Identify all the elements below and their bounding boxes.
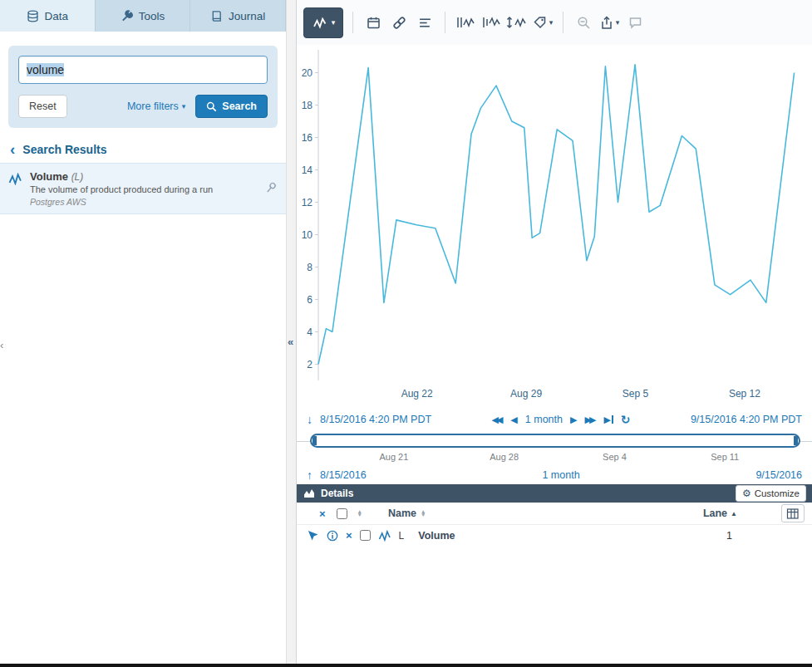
date-range-row: ↓ 8/15/2016 4:20 PM PDT ◀◀ ◀ 1 month ▶ ▶… bbox=[297, 409, 812, 430]
name-column-header[interactable]: Name bbox=[388, 508, 416, 519]
annotate-button[interactable] bbox=[624, 9, 646, 36]
panel-divider[interactable]: « bbox=[286, 0, 297, 664]
more-filters-link[interactable]: More filters ▾ bbox=[127, 101, 185, 112]
sidebar-empty-area bbox=[0, 214, 286, 664]
step-to-now-button[interactable]: ▶ bbox=[603, 414, 613, 425]
svg-text:18: 18 bbox=[302, 100, 313, 111]
window-bottom-edge bbox=[0, 664, 812, 667]
export-icon bbox=[599, 16, 613, 30]
sort-asc-icon: ▲ bbox=[731, 510, 737, 517]
result-name: Volume bbox=[30, 170, 68, 183]
item-info-icon[interactable] bbox=[327, 530, 338, 542]
database-icon bbox=[27, 10, 39, 22]
result-text: Volume (L) The volume of product produce… bbox=[30, 170, 213, 207]
add-column-button[interactable] bbox=[781, 504, 805, 522]
tab-tools-label: Tools bbox=[139, 10, 165, 22]
back-chevron-icon[interactable]: ‹ bbox=[10, 144, 15, 155]
labels-button[interactable]: ▾ bbox=[532, 9, 554, 36]
navigate-to-item-icon[interactable] bbox=[307, 529, 319, 542]
overview-duration[interactable]: 1 month bbox=[542, 469, 579, 481]
overview-range-capsule[interactable] bbox=[310, 434, 800, 448]
range-start-datetime[interactable]: 8/15/2016 4:20 PM PDT bbox=[320, 414, 431, 425]
step-back-button[interactable]: ◀ bbox=[510, 414, 517, 425]
range-duration[interactable]: 1 month bbox=[525, 414, 563, 425]
table-columns-icon bbox=[786, 508, 800, 520]
sidebar: Data Tools Journal bbox=[0, 0, 286, 664]
calendar-icon bbox=[367, 16, 381, 30]
svg-text:10: 10 bbox=[302, 229, 313, 241]
result-unit: (L) bbox=[71, 171, 84, 183]
line-chart-icon bbox=[312, 17, 328, 29]
date-range-button[interactable] bbox=[362, 9, 384, 36]
search-results-title: Search Results bbox=[22, 143, 106, 156]
sidebar-tabbar: Data Tools Journal bbox=[0, 0, 286, 32]
step-back-full-button[interactable]: ◀◀ bbox=[491, 414, 503, 425]
item-lane: 1 bbox=[726, 530, 732, 542]
details-row-volume: × L Volume 1 bbox=[297, 525, 812, 546]
end-bar-icon bbox=[612, 415, 613, 424]
step-forward-full-button[interactable]: ▶▶ bbox=[584, 414, 596, 425]
trend-chart-area[interactable]: 2468101214161820Aug 22Aug 29Sep 5Sep 12 bbox=[297, 45, 812, 409]
search-result-item[interactable]: Volume (L) The volume of product produce… bbox=[0, 163, 286, 214]
bars-icon bbox=[418, 16, 432, 30]
tab-tools[interactable]: Tools bbox=[96, 0, 191, 32]
expand-range-down-icon[interactable]: ↓ bbox=[307, 413, 312, 426]
search-input[interactable]: volume bbox=[18, 56, 268, 84]
comment-icon bbox=[628, 16, 642, 30]
range-handle-left[interactable] bbox=[312, 436, 317, 445]
overview-tick-label: Aug 28 bbox=[490, 452, 519, 462]
search-results-header: ‹ Search Results bbox=[0, 128, 286, 163]
overview-tick-label: Sep 11 bbox=[711, 452, 739, 462]
auto-update-icon[interactable]: ↻ bbox=[621, 413, 631, 426]
search-input-value: volume bbox=[27, 63, 64, 76]
svg-text:20: 20 bbox=[302, 67, 313, 79]
search-actions: Reset More filters ▾ Search bbox=[18, 95, 268, 118]
sort-icon[interactable]: ▲▼ bbox=[357, 510, 362, 517]
svg-text:Aug 22: Aug 22 bbox=[401, 388, 433, 400]
area-chart-icon bbox=[303, 488, 315, 499]
details-title: Details bbox=[321, 488, 353, 499]
chart-type-dropdown[interactable]: ▾ bbox=[303, 7, 343, 38]
collapse-sidebar-icon[interactable]: « bbox=[288, 336, 293, 348]
overview-end-date[interactable]: 9/15/2016 bbox=[755, 469, 802, 481]
link-icon bbox=[392, 16, 406, 30]
auto-arrange-button[interactable] bbox=[506, 9, 528, 36]
step-forward-button[interactable]: ▶ bbox=[570, 414, 577, 425]
svg-text:Sep 12: Sep 12 bbox=[729, 388, 760, 400]
sort-icon[interactable]: ▲▼ bbox=[421, 510, 426, 517]
link-capsule-button[interactable] bbox=[388, 9, 410, 36]
reset-button[interactable]: Reset bbox=[18, 95, 67, 118]
lane-column-header[interactable]: Lane ▲ bbox=[703, 508, 737, 519]
collapse-left-edge-handle[interactable]: ‹ bbox=[0, 339, 3, 351]
tab-data[interactable]: Data bbox=[0, 0, 96, 32]
chevron-down-icon: ▾ bbox=[182, 102, 186, 110]
collapse-range-up-icon[interactable]: ↑ bbox=[307, 468, 312, 482]
item-checkbox[interactable] bbox=[360, 530, 371, 541]
chevron-down-icon: ▾ bbox=[549, 18, 554, 27]
pin-icon[interactable] bbox=[264, 181, 278, 197]
remove-all-icon[interactable]: × bbox=[319, 508, 326, 520]
signal-icon bbox=[8, 170, 22, 207]
export-button[interactable]: ▾ bbox=[598, 9, 620, 36]
svg-text:16: 16 bbox=[302, 132, 313, 144]
customize-button[interactable]: ⚙ Customize bbox=[736, 485, 806, 502]
trend-chart[interactable]: 2468101214161820Aug 22Aug 29Sep 5Sep 12 bbox=[297, 45, 810, 409]
zoom-out-button[interactable] bbox=[573, 9, 594, 36]
search-button[interactable]: Search bbox=[195, 95, 268, 118]
samples-table-button[interactable] bbox=[414, 9, 436, 36]
overview-start-date[interactable]: 8/15/2016 bbox=[320, 469, 367, 481]
range-end-datetime[interactable]: 9/15/2016 4:20 PM PDT bbox=[691, 414, 802, 425]
svg-text:Sep 5: Sep 5 bbox=[623, 388, 649, 400]
one-axis-button[interactable] bbox=[480, 9, 502, 36]
select-all-checkbox[interactable] bbox=[337, 508, 347, 519]
svg-text:Aug 29: Aug 29 bbox=[510, 388, 542, 400]
tab-journal[interactable]: Journal bbox=[190, 0, 286, 32]
item-name[interactable]: Volume bbox=[418, 530, 455, 542]
tab-journal-label: Journal bbox=[229, 10, 265, 22]
remove-item-icon[interactable]: × bbox=[346, 529, 352, 542]
wrench-icon bbox=[121, 10, 133, 22]
one-lane-button[interactable] bbox=[455, 9, 476, 36]
svg-text:6: 6 bbox=[307, 294, 312, 306]
tab-data-label: Data bbox=[45, 10, 69, 22]
range-handle-right[interactable] bbox=[794, 436, 798, 445]
